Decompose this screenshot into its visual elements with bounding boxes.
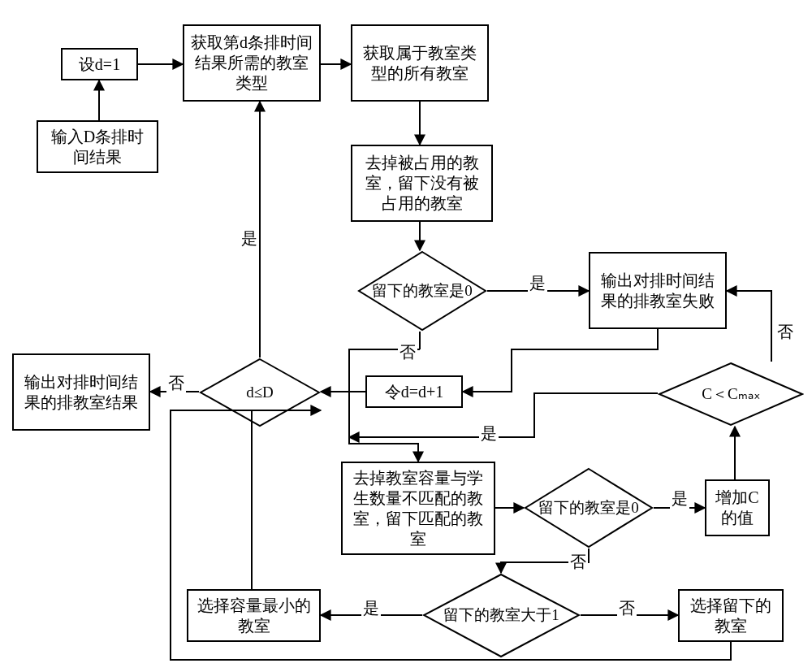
edge-no-3: 否 [775, 321, 795, 343]
edge-no-1: 否 [398, 341, 417, 363]
edge-yes-3: 是 [479, 423, 499, 444]
edge-no-2: 否 [166, 372, 186, 394]
edge-yes-2: 是 [240, 228, 259, 249]
flow-edges [0, 0, 812, 672]
edge-no-5: 否 [617, 597, 637, 619]
edge-yes-1: 是 [528, 272, 547, 294]
edge-no-4: 否 [568, 551, 588, 573]
edge-yes-4: 是 [670, 488, 689, 509]
edge-yes-5: 是 [361, 597, 381, 619]
